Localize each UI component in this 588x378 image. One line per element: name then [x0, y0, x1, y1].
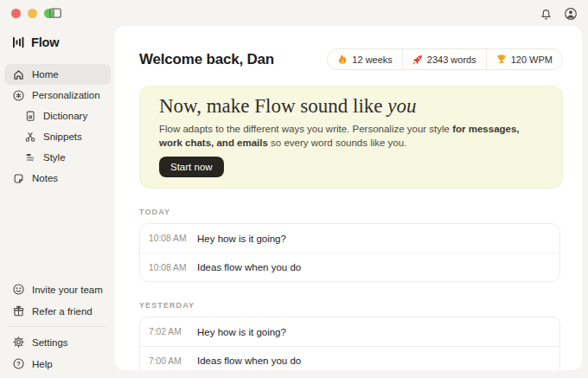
flame-icon	[337, 54, 348, 65]
svg-text:?: ?	[16, 360, 21, 368]
sidebar-item-style[interactable]: Style	[4, 147, 111, 168]
sidebar-item-help[interactable]: ? Help	[4, 353, 111, 375]
start-now-button[interactable]: Start now	[159, 157, 224, 177]
flow-waveform-icon	[12, 35, 26, 49]
stats-badges: 12 weeks 2343 words 120 WPM	[327, 48, 563, 70]
banner-title-text: Now, make Flow sound like	[159, 95, 387, 117]
sidebar-item-label: Snippets	[43, 131, 82, 142]
sidebar-item-label: Help	[32, 359, 53, 369]
rocket-icon	[412, 54, 423, 65]
gear-icon	[12, 336, 25, 349]
main-content-panel: Welcome back, Dan 12 weeks 2343 words	[115, 26, 582, 370]
transcript-row[interactable]: 7:00 AM Ideas flow when you do	[140, 346, 559, 370]
words-badge: 2343 words	[402, 49, 486, 69]
sidebar-item-settings[interactable]: Settings	[4, 331, 111, 353]
banner-description-start: Flow adapts to the different ways you wr…	[159, 124, 452, 134]
sidebar-item-label: Refer a friend	[32, 306, 93, 317]
notes-icon	[12, 172, 25, 185]
home-icon	[12, 68, 25, 81]
app-logo: Flow	[12, 34, 115, 51]
smiley-icon	[12, 283, 25, 296]
sidebar-item-notes[interactable]: Notes	[4, 168, 111, 189]
transcript-text: Ideas flow when you do	[197, 356, 301, 366]
personalization-icon	[12, 89, 25, 102]
transcript-row[interactable]: 10:08 AM Hey how is it going?	[140, 224, 559, 253]
dictionary-icon	[24, 110, 36, 122]
transcript-text: Hey how is it going?	[197, 234, 286, 244]
notifications-bell-icon[interactable]	[540, 8, 553, 21]
sidebar-item-refer-a-friend[interactable]: Refer a friend	[4, 300, 111, 322]
banner-title: Now, make Flow sound like you	[159, 95, 543, 118]
trophy-icon	[496, 54, 507, 65]
sidebar-divider	[8, 326, 107, 327]
transcript-time: 7:02 AM	[149, 327, 190, 336]
transcript-time: 10:08 AM	[149, 263, 190, 272]
transcript-time: 7:00 AM	[149, 356, 190, 366]
account-avatar-icon[interactable]	[564, 7, 578, 21]
sidebar-item-label: Personalization	[32, 90, 100, 100]
streak-badge: 12 weeks	[328, 49, 401, 69]
app-name: Flow	[31, 35, 59, 49]
help-icon: ?	[12, 357, 25, 370]
sidebar-item-snippets[interactable]: Snippets	[4, 126, 111, 147]
minimize-window-button[interactable]	[28, 9, 37, 18]
section-label-yesterday: YESTERDAY	[139, 301, 558, 310]
yesterday-transcripts-card: 7:02 AM Hey how is it going? 7:00 AM Ide…	[139, 317, 560, 370]
transcript-text: Ideas flow when you do	[197, 262, 301, 272]
main-header: Welcome back, Dan 12 weeks 2343 words	[115, 26, 582, 70]
sidebar-item-label: Home	[32, 69, 59, 80]
traffic-lights	[11, 9, 54, 18]
transcript-row[interactable]: 10:08 AM Ideas flow when you do	[140, 253, 559, 281]
sidebar-nav: Home Personalization Dictionary Snippe	[0, 64, 115, 189]
sidebar-footer: Invite your team Refer a friend Settings	[0, 279, 115, 378]
words-badge-label: 2343 words	[427, 54, 476, 65]
banner-description: Flow adapts to the different ways you wr…	[159, 123, 543, 150]
wpm-badge-label: 120 WPM	[511, 54, 553, 65]
gift-icon	[12, 304, 25, 317]
sidebar-item-label: Settings	[32, 337, 68, 348]
sidebar-item-invite-your-team[interactable]: Invite your team	[4, 279, 111, 300]
transcript-time: 10:08 AM	[149, 234, 190, 243]
today-transcripts-card: 10:08 AM Hey how is it going? 10:08 AM I…	[139, 223, 560, 282]
snippets-icon	[24, 131, 36, 143]
personalization-banner: Now, make Flow sound like you Flow adapt…	[139, 86, 563, 189]
style-icon	[24, 151, 36, 163]
section-label-today: TODAY	[139, 208, 558, 216]
sidebar-item-label: Dictionary	[43, 111, 87, 121]
window-titlebar	[0, 0, 588, 26]
sidebar-item-label: Invite your team	[32, 285, 103, 295]
sidebar-item-home[interactable]: Home	[4, 64, 111, 85]
sidebar-toggle-icon[interactable]	[48, 6, 62, 20]
streak-badge-label: 12 weeks	[352, 54, 392, 65]
transcript-text: Hey how is it going?	[197, 327, 286, 337]
transcript-row[interactable]: 7:02 AM Hey how is it going?	[140, 317, 559, 346]
sidebar-item-dictionary[interactable]: Dictionary	[4, 106, 111, 126]
banner-description-end: so every word sounds like you.	[268, 138, 406, 148]
sidebar-item-personalization[interactable]: Personalization	[4, 85, 111, 106]
sidebar: Flow Home Personalization Dictionary	[0, 26, 115, 378]
sidebar-item-label: Style	[43, 152, 66, 163]
wpm-badge: 120 WPM	[486, 49, 562, 69]
page-title: Welcome back, Dan	[139, 51, 274, 68]
sidebar-item-label: Notes	[32, 173, 58, 183]
banner-title-emphasis: you	[387, 95, 416, 117]
close-window-button[interactable]	[11, 9, 21, 18]
